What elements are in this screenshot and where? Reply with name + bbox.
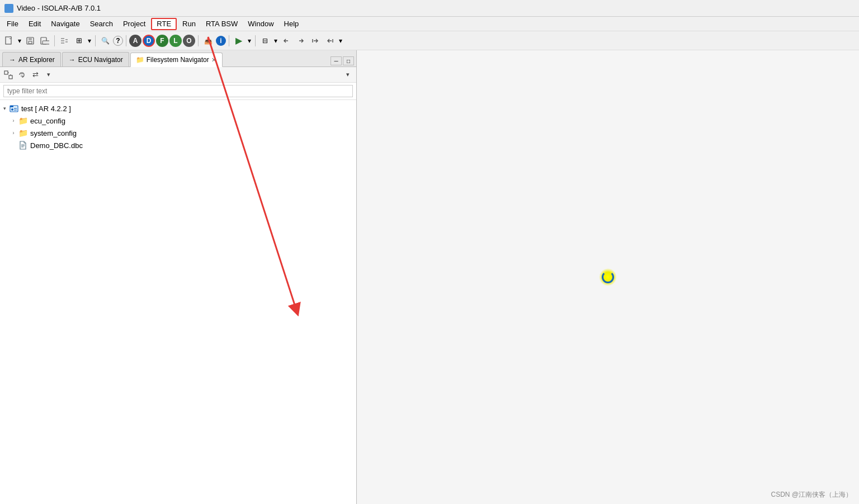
toolbar-nav5-btn[interactable]	[323, 34, 337, 47]
toolbar-dropdown2-btn[interactable]: ▾	[87, 34, 92, 47]
ecu-config-folder-icon: 📁	[18, 116, 28, 126]
menu-window[interactable]: Window	[243, 18, 278, 30]
tab-filesystem-navigator[interactable]: 📁 Filesystem Navigator ✕	[130, 53, 223, 67]
panel-toolbar: ⇄ ▾ ▾	[0, 67, 356, 83]
root-label: test [ AR 4.2.2 ]	[21, 104, 71, 113]
toolbar-nav-dropdown2[interactable]: ▾	[338, 34, 343, 47]
tab-maximize-btn[interactable]: □	[343, 56, 354, 65]
tab-filesystem-label: Filesystem Navigator	[147, 56, 209, 64]
system-config-label: system_config	[30, 129, 77, 137]
toolbar-save-btn[interactable]	[23, 34, 37, 47]
loading-spinner	[599, 268, 617, 286]
menu-rte[interactable]: RTE	[151, 18, 177, 30]
sync-btn[interactable]: ⇄	[29, 69, 41, 81]
tree-item-ecu-config[interactable]: › 📁 ecu_config	[0, 115, 356, 127]
app-icon	[4, 4, 13, 13]
toolbar: ▾ ⊞ ▾ 🔍 ? A D F L O 📥 i ▶ ▾ ⊟ ▾ ▾	[0, 31, 859, 50]
filesystem-icon: 📁	[136, 56, 144, 64]
svg-rect-5	[43, 41, 49, 44]
menu-search[interactable]: Search	[86, 18, 117, 30]
tree-root[interactable]: ▾ test [ AR 4.2.2 ]	[0, 102, 356, 115]
menu-help[interactable]: Help	[280, 18, 304, 30]
toolbar-circle-d[interactable]: D	[143, 35, 155, 47]
toolbar-nav3-btn[interactable]	[294, 34, 308, 47]
menu-project[interactable]: Project	[119, 18, 150, 30]
toolbar-import-btn[interactable]: 📥	[201, 34, 215, 47]
tree-view: ▾ test [ AR 4.2.2 ] › 📁 ecu_con	[0, 100, 356, 504]
toolbar-circle-a[interactable]: A	[129, 35, 141, 47]
tab-minimize-btn[interactable]: ─	[331, 56, 342, 65]
ar-explorer-icon: →	[8, 56, 16, 64]
tab-ecu-navigator-label: ECU Navigator	[78, 56, 123, 64]
menu-run[interactable]: Run	[178, 18, 200, 30]
svg-rect-7	[9, 75, 12, 79]
toolbar-expandall2-btn[interactable]: ⊞	[72, 34, 86, 47]
toolbar-circle-l[interactable]: L	[169, 35, 182, 47]
toolbar-saveas-btn[interactable]	[38, 34, 51, 47]
left-panel: → AR Explorer → ECU Navigator 📁 Filesyst…	[0, 50, 357, 504]
filter-container	[0, 83, 356, 100]
ecu-config-label: ecu_config	[30, 117, 65, 125]
view-menu-btn[interactable]: ▾	[342, 69, 354, 81]
toolbar-run-btn[interactable]: ▶	[232, 34, 246, 47]
toolbar-expandall-btn[interactable]	[58, 34, 71, 47]
tab-ar-explorer-label: AR Explorer	[18, 56, 55, 64]
link-editor-btn[interactable]	[16, 69, 28, 81]
panel-toolbar-dropdown[interactable]: ▾	[43, 69, 55, 81]
toolbar-help-btn[interactable]: ?	[113, 36, 123, 46]
menu-bar: File Edit Navigate Search Project RTE Ru…	[0, 17, 859, 31]
toolbar-zoom-btn[interactable]: 🔍	[98, 34, 112, 47]
title-text: Video - ISOLAR-A/B 7.0.1	[17, 4, 101, 12]
tab-ecu-navigator[interactable]: → ECU Navigator	[62, 52, 129, 66]
filter-input[interactable]	[3, 85, 353, 97]
tab-bar: → AR Explorer → ECU Navigator 📁 Filesyst…	[0, 50, 356, 67]
title-bar: Video - ISOLAR-A/B 7.0.1	[0, 0, 859, 17]
root-toggle[interactable]: ▾	[0, 104, 9, 113]
demo-dbc-file-icon	[18, 140, 28, 150]
toolbar-run-dropdown[interactable]: ▾	[247, 34, 252, 47]
toolbar-new-btn[interactable]	[2, 34, 16, 47]
toolbar-nav1-btn[interactable]: ⊟	[258, 34, 272, 47]
tab-close-btn[interactable]: ✕	[211, 56, 216, 64]
watermark: CSDN @江南侠客（上海）	[771, 490, 852, 500]
menu-navigate[interactable]: Navigate	[46, 18, 84, 30]
menu-file[interactable]: File	[2, 18, 23, 30]
toolbar-circle-o[interactable]: O	[183, 35, 195, 47]
root-project-icon	[9, 103, 19, 113]
svg-rect-6	[4, 71, 8, 74]
ecu-config-toggle[interactable]: ›	[9, 116, 18, 125]
toolbar-nav2-btn[interactable]	[280, 34, 293, 47]
toolbar-nav4-btn[interactable]	[309, 34, 322, 47]
toolbar-info-btn[interactable]: i	[216, 36, 226, 46]
svg-rect-3	[29, 41, 32, 44]
main-layout: → AR Explorer → ECU Navigator 📁 Filesyst…	[0, 50, 859, 504]
toolbar-circle-f[interactable]: F	[156, 35, 168, 47]
svg-rect-9	[10, 106, 13, 107]
demo-dbc-label: Demo_DBC.dbc	[30, 141, 83, 150]
toolbar-nav1-dropdown[interactable]: ▾	[273, 34, 279, 47]
tab-controls: ─ □	[331, 56, 354, 66]
ecu-navigator-icon: →	[68, 56, 76, 64]
tree-item-demo-dbc[interactable]: › Demo_DBC.dbc	[0, 139, 356, 151]
menu-rtabsw[interactable]: RTA BSW	[201, 18, 242, 30]
system-config-toggle[interactable]: ›	[9, 129, 18, 137]
right-panel	[357, 50, 859, 504]
svg-rect-2	[29, 37, 32, 40]
toolbar-btn-dropdown[interactable]: ▾	[17, 34, 22, 47]
svg-point-10	[11, 108, 13, 111]
tree-item-system-config[interactable]: › 📁 system_config	[0, 127, 356, 139]
system-config-folder-icon: 📁	[18, 128, 28, 138]
collapse-all-btn[interactable]	[2, 69, 15, 81]
menu-edit[interactable]: Edit	[24, 18, 45, 30]
tab-ar-explorer[interactable]: → AR Explorer	[2, 52, 61, 66]
